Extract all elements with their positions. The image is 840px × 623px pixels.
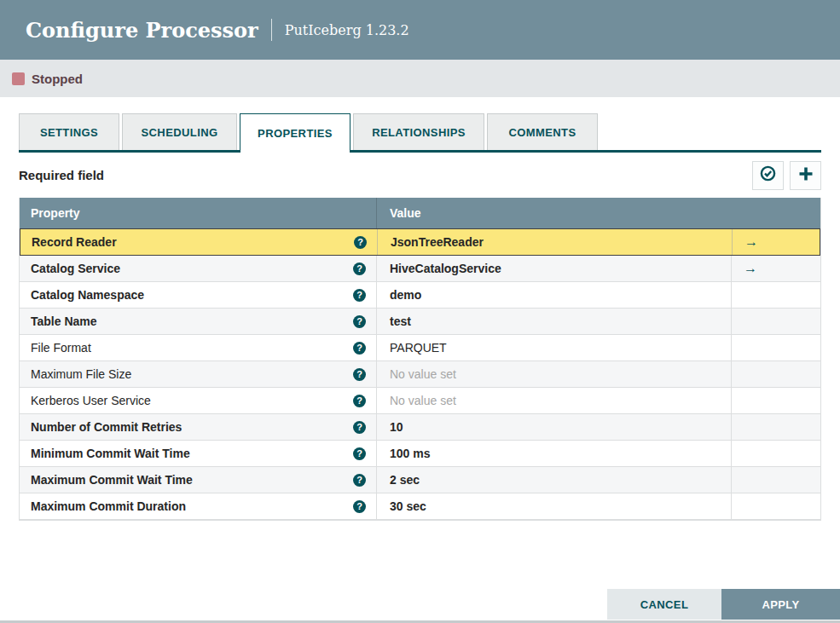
property-name-cell: Maximum Commit Duration? <box>20 493 376 519</box>
property-name-cell: Catalog Namespace? <box>20 282 376 308</box>
property-value-cell[interactable]: 2 sec <box>376 467 731 493</box>
property-name: Table Name <box>31 314 97 328</box>
tab-relationships[interactable]: RELATIONSHIPS <box>353 113 484 150</box>
property-name: File Format <box>31 341 91 355</box>
property-name: Maximum Commit Duration <box>31 499 186 513</box>
help-icon[interactable]: ? <box>353 262 366 275</box>
dialog-footer: CANCEL APPLY <box>607 589 840 620</box>
tab-bar: SETTINGSSCHEDULINGPROPERTIESRELATIONSHIP… <box>19 113 821 153</box>
properties-toolbar: Required field <box>19 153 821 198</box>
help-icon[interactable]: ? <box>353 315 366 328</box>
toolbar-buttons <box>752 161 821 190</box>
add-property-button[interactable] <box>790 161 821 190</box>
status-label: Stopped <box>32 72 83 86</box>
goto-service-cell <box>731 282 820 308</box>
property-value: JsonTreeReader <box>391 235 484 249</box>
property-value: PARQUET <box>390 341 447 355</box>
property-value-cell[interactable]: JsonTreeReader <box>377 229 732 255</box>
goto-service-cell <box>731 493 820 519</box>
help-icon[interactable]: ? <box>353 447 366 460</box>
dialog-title: Configure Processor <box>26 18 258 43</box>
property-value: No value set <box>390 394 456 407</box>
property-value: No value set <box>390 367 456 381</box>
property-name: Minimum Commit Wait Time <box>31 447 190 460</box>
property-value: demo <box>390 288 421 302</box>
property-value: 30 sec <box>390 499 426 513</box>
help-icon[interactable]: ? <box>354 236 367 249</box>
required-field-label: Required field <box>19 168 104 182</box>
plus-icon <box>797 165 814 186</box>
table-row[interactable]: Kerberos User Service?No value set <box>20 388 820 414</box>
goto-service-cell <box>731 309 820 334</box>
property-table-body: Record Reader?JsonTreeReader→Catalog Ser… <box>20 228 820 520</box>
goto-service-icon[interactable]: → <box>744 261 757 276</box>
tab-settings[interactable]: SETTINGS <box>19 113 119 150</box>
property-name-cell: Record Reader? <box>20 229 377 255</box>
property-value: 2 sec <box>390 473 420 487</box>
goto-service-cell <box>731 414 820 440</box>
apply-button[interactable]: APPLY <box>721 589 840 620</box>
help-icon[interactable]: ? <box>353 474 366 487</box>
column-header-value: Value <box>376 198 731 228</box>
property-name: Catalog Namespace <box>31 288 144 302</box>
help-icon[interactable]: ? <box>353 421 366 434</box>
tab-scheduling[interactable]: SCHEDULING <box>122 113 237 150</box>
goto-service-cell <box>731 335 820 361</box>
property-value-cell[interactable]: No value set <box>376 361 731 387</box>
dialog-header: Configure Processor PutIceberg 1.23.2 <box>0 0 840 60</box>
property-name-cell: Number of Commit Retries? <box>20 414 376 440</box>
property-value-cell[interactable]: 100 ms <box>376 441 731 466</box>
property-name: Maximum Commit Wait Time <box>31 473 193 487</box>
property-value: 10 <box>390 420 403 434</box>
tab-properties[interactable]: PROPERTIES <box>240 113 350 153</box>
help-icon[interactable]: ? <box>353 500 366 513</box>
table-row[interactable]: Maximum Commit Duration?30 sec <box>20 493 820 520</box>
check-circle-icon <box>759 164 777 186</box>
cancel-button[interactable]: CANCEL <box>607 589 721 620</box>
tab-comments[interactable]: COMMENTS <box>487 113 598 150</box>
property-value-cell[interactable]: HiveCatalogService <box>376 256 731 281</box>
property-value-cell[interactable]: No value set <box>376 388 731 413</box>
property-name-cell: Minimum Commit Wait Time? <box>20 441 376 466</box>
goto-service-icon[interactable]: → <box>744 234 758 250</box>
property-name: Record Reader <box>32 235 117 249</box>
table-row[interactable]: Record Reader?JsonTreeReader→ <box>20 228 820 256</box>
column-header-property: Property <box>20 206 376 220</box>
property-name-cell: Catalog Service? <box>20 256 376 281</box>
goto-service-cell[interactable]: → <box>732 229 820 255</box>
processor-type-version: PutIceberg 1.23.2 <box>285 22 409 38</box>
property-value-cell[interactable]: test <box>376 309 731 334</box>
goto-service-cell <box>731 467 820 493</box>
status-bar: Stopped <box>0 60 840 97</box>
help-icon[interactable]: ? <box>353 395 366 407</box>
goto-service-cell[interactable]: → <box>731 256 820 281</box>
table-row[interactable]: Maximum File Size?No value set <box>20 361 820 388</box>
property-value-cell[interactable]: demo <box>376 282 731 308</box>
property-value-cell[interactable]: 10 <box>376 414 731 440</box>
table-row[interactable]: Catalog Service?HiveCatalogService→ <box>20 256 820 282</box>
help-icon[interactable]: ? <box>353 368 366 381</box>
stopped-status-icon <box>12 72 25 85</box>
goto-service-cell <box>731 388 820 413</box>
property-name-cell: Maximum Commit Wait Time? <box>20 467 376 493</box>
table-row[interactable]: Minimum Commit Wait Time?100 ms <box>20 441 820 467</box>
property-value-cell[interactable]: 30 sec <box>376 493 731 519</box>
property-value-cell[interactable]: PARQUET <box>376 335 731 361</box>
property-value: 100 ms <box>390 447 430 460</box>
table-row[interactable]: Maximum Commit Wait Time?2 sec <box>20 467 820 493</box>
goto-service-cell <box>731 361 820 387</box>
table-row[interactable]: Number of Commit Retries?10 <box>20 414 820 441</box>
help-icon[interactable]: ? <box>353 342 366 355</box>
property-table-header: Property Value <box>20 198 820 228</box>
table-row[interactable]: File Format?PARQUET <box>20 335 820 361</box>
table-row[interactable]: Table Name?test <box>20 309 820 335</box>
goto-service-cell <box>731 441 820 466</box>
table-row[interactable]: Catalog Namespace?demo <box>20 282 820 309</box>
verify-properties-button[interactable] <box>752 161 784 190</box>
property-name: Catalog Service <box>31 262 120 275</box>
help-icon[interactable]: ? <box>353 289 366 302</box>
configure-processor-dialog: Configure Processor PutIceberg 1.23.2 St… <box>0 0 840 623</box>
property-name-cell: Kerberos User Service? <box>20 388 376 413</box>
property-value: test <box>390 314 411 328</box>
property-name-cell: Table Name? <box>20 309 376 334</box>
